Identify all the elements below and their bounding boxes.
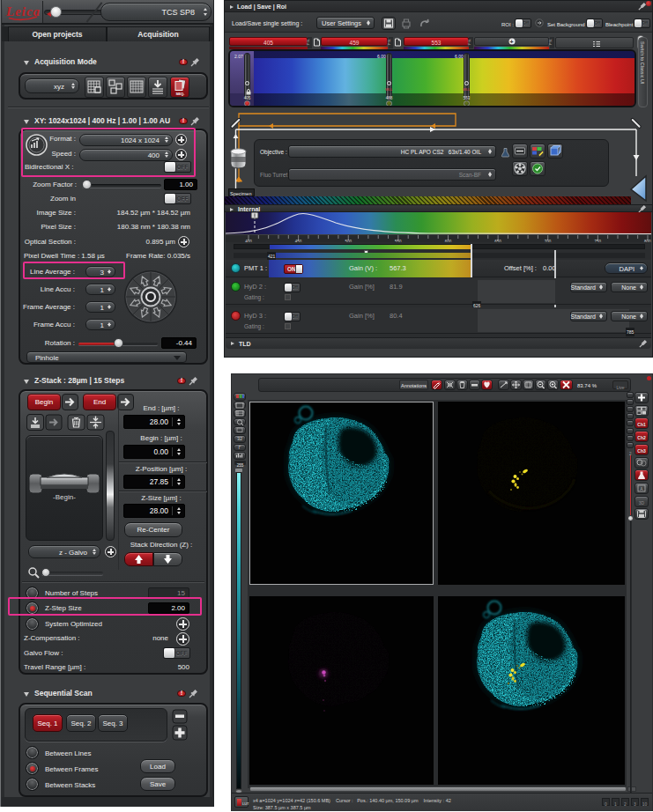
svg-text:Leica: Leica — [5, 4, 41, 18]
svg-text:A: A — [640, 486, 643, 491]
svg-text:32: 32 — [237, 436, 242, 441]
svg-text:SEQ.: SEQ. — [175, 92, 184, 96]
svg-text:Γ: Γ — [238, 445, 241, 450]
